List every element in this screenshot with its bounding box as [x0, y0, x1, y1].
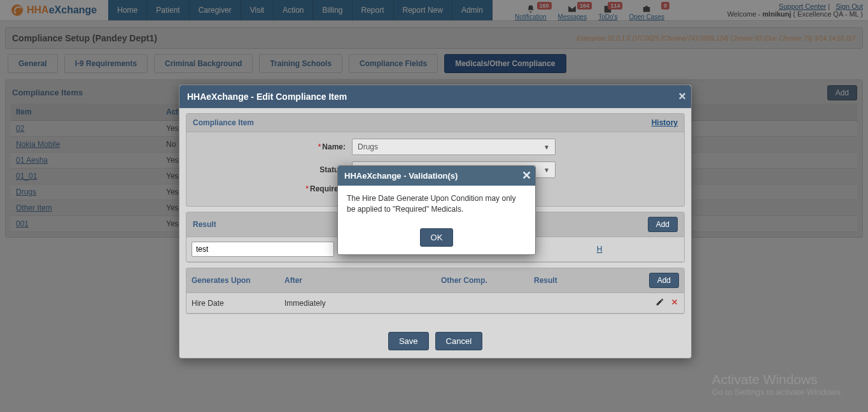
delete-icon[interactable]	[670, 299, 679, 308]
validation-message: The Hire Date Generate Upon Condition ma…	[338, 186, 535, 223]
col-after: After	[279, 268, 436, 293]
required-label: *Required:	[193, 184, 352, 193]
validation-modal-title: HHAeXchange - Validation(s)	[344, 171, 458, 181]
add-result-button[interactable]: Add	[648, 217, 678, 232]
gen-result-cell	[529, 293, 629, 313]
gen-other-cell	[436, 293, 529, 313]
add-generate-button[interactable]: Add	[649, 273, 679, 288]
col-other-comp: Other Comp.	[436, 268, 529, 293]
generates-upon-section: Generates Upon After Other Comp. Result …	[186, 268, 685, 314]
watermark-line2: Go to Settings to activate Windows.	[712, 387, 843, 397]
name-select[interactable]: Drugs▼	[352, 139, 556, 155]
close-icon[interactable]: ✕	[522, 168, 531, 182]
modal-header: HHAeXchange - Edit Compliance Item ×	[179, 85, 691, 108]
ok-button[interactable]: OK	[420, 228, 454, 247]
result-h-link[interactable]: H	[597, 245, 603, 254]
save-button[interactable]: Save	[388, 332, 429, 350]
col-result: Result	[529, 268, 629, 293]
windows-activation-watermark: Activate Windows Go to Settings to activ…	[712, 372, 843, 397]
gen-upon-cell: Hire Date	[186, 293, 279, 313]
name-label: *Name:	[193, 142, 352, 151]
col-generates-upon: Generates Upon	[186, 268, 279, 293]
status-label: Status:	[193, 165, 352, 174]
gen-after-cell: Immediately	[279, 293, 436, 313]
validation-modal: HHAeXchange - Validation(s) ✕ The Hire D…	[337, 165, 536, 255]
chevron-down-icon: ▼	[543, 167, 550, 174]
close-icon[interactable]: ×	[678, 89, 686, 104]
modal-title: HHAeXchange - Edit Compliance Item	[187, 92, 347, 102]
section-title: Compliance Item	[193, 118, 254, 127]
result-title: Result	[193, 220, 216, 229]
history-link[interactable]: History	[652, 118, 678, 127]
table-row: Hire Date Immediately	[186, 293, 684, 313]
validation-modal-header: HHAeXchange - Validation(s) ✕	[338, 166, 535, 186]
cancel-button[interactable]: Cancel	[435, 332, 482, 350]
watermark-line1: Activate Windows	[712, 372, 843, 387]
edit-icon[interactable]	[655, 299, 666, 308]
result-input[interactable]	[192, 242, 334, 257]
generates-upon-table: Generates Upon After Other Comp. Result …	[186, 268, 684, 313]
chevron-down-icon: ▼	[543, 144, 550, 151]
